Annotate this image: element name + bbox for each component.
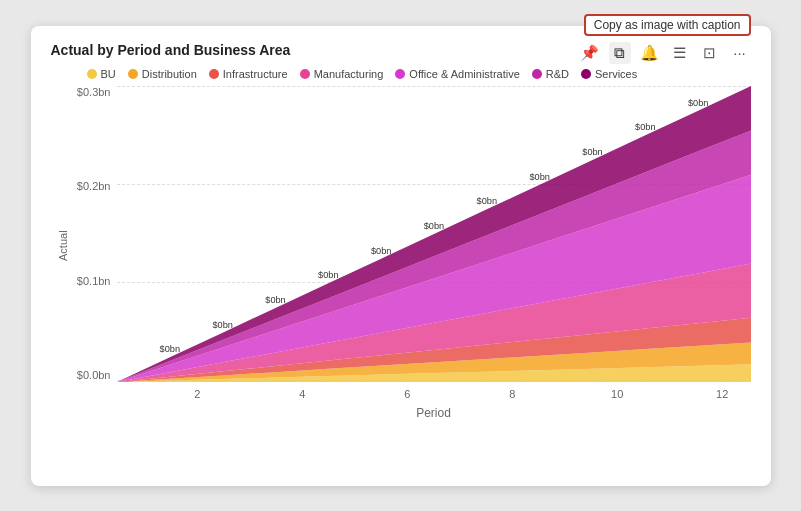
- copy-icon[interactable]: ⧉: [609, 42, 631, 64]
- data-label-period-7: $0bn: [476, 196, 496, 206]
- pin-icon[interactable]: 📌: [579, 42, 601, 64]
- filter-icon[interactable]: ☰: [669, 42, 691, 64]
- data-label-period-10: $0bn: [635, 122, 655, 132]
- data-label-period-11: $0bn: [687, 97, 707, 107]
- legend-dot: [300, 69, 310, 79]
- legend-dot: [395, 69, 405, 79]
- legend: BUDistributionInfrastructureManufacturin…: [87, 68, 751, 80]
- expand-icon[interactable]: ⊡: [699, 42, 721, 64]
- x-axis-label: Period: [117, 406, 751, 420]
- data-label-period-5: $0bn: [370, 245, 390, 255]
- legend-item: Distribution: [128, 68, 197, 80]
- area-chart-svg: $0bn$0bn$0bn$0bn$0bn$0bn$0bn$0bn$0bn$0bn…: [117, 86, 751, 382]
- y-axis-label: Actual: [51, 86, 75, 406]
- data-label-period-1: $0bn: [159, 344, 179, 354]
- chart-area: Actual $0.3bn$0.2bn$0.1bn$0.0bn $0bn$0bn…: [51, 86, 751, 406]
- legend-dot: [209, 69, 219, 79]
- bell-icon[interactable]: 🔔: [639, 42, 661, 64]
- legend-item: BU: [87, 68, 116, 80]
- legend-dot: [581, 69, 591, 79]
- toolbar: Copy as image with caption 📌 ⧉ 🔔 ☰ ⊡ ···: [579, 42, 751, 64]
- tooltip-text: Copy as image with caption: [594, 18, 741, 32]
- chart-title: Actual by Period and Business Area: [51, 42, 291, 58]
- tooltip-box: Copy as image with caption: [584, 14, 751, 36]
- legend-item: Office & Administrative: [395, 68, 519, 80]
- data-label-period-9: $0bn: [582, 147, 602, 157]
- x-tick: 12: [696, 388, 748, 400]
- data-label-period-4: $0bn: [318, 270, 338, 280]
- more-icon[interactable]: ···: [729, 42, 751, 64]
- y-tick: $0.1bn: [75, 275, 117, 287]
- y-ticks: $0.3bn$0.2bn$0.1bn$0.0bn: [75, 86, 117, 382]
- legend-dot: [87, 69, 97, 79]
- data-label-period-6: $0bn: [423, 221, 443, 231]
- legend-item: Services: [581, 68, 637, 80]
- plot-area: $0bn$0bn$0bn$0bn$0bn$0bn$0bn$0bn$0bn$0bn…: [117, 86, 751, 382]
- legend-label: Infrastructure: [223, 68, 288, 80]
- legend-item: Manufacturing: [300, 68, 384, 80]
- legend-item: R&D: [532, 68, 569, 80]
- y-tick: $0.3bn: [75, 86, 117, 98]
- data-label-period-8: $0bn: [529, 171, 549, 181]
- y-tick: $0.0bn: [75, 369, 117, 381]
- legend-label: BU: [101, 68, 116, 80]
- legend-label: Office & Administrative: [409, 68, 519, 80]
- legend-item: Infrastructure: [209, 68, 288, 80]
- x-axis: 24681012: [117, 382, 751, 406]
- legend-label: R&D: [546, 68, 569, 80]
- data-label-period-2: $0bn: [212, 319, 232, 329]
- x-tick: 2: [171, 388, 223, 400]
- legend-dot: [532, 69, 542, 79]
- y-tick: $0.2bn: [75, 180, 117, 192]
- chart-inner: $0.3bn$0.2bn$0.1bn$0.0bn $0bn$0bn$0bn$0b…: [75, 86, 751, 406]
- x-tick: 10: [591, 388, 643, 400]
- legend-label: Services: [595, 68, 637, 80]
- data-label-period-3: $0bn: [265, 295, 285, 305]
- x-tick: 4: [276, 388, 328, 400]
- x-tick: 6: [381, 388, 433, 400]
- legend-dot: [128, 69, 138, 79]
- header-row: Actual by Period and Business Area Copy …: [51, 42, 751, 64]
- legend-label: Distribution: [142, 68, 197, 80]
- x-tick: 8: [486, 388, 538, 400]
- legend-label: Manufacturing: [314, 68, 384, 80]
- chart-card: Actual by Period and Business Area Copy …: [31, 26, 771, 486]
